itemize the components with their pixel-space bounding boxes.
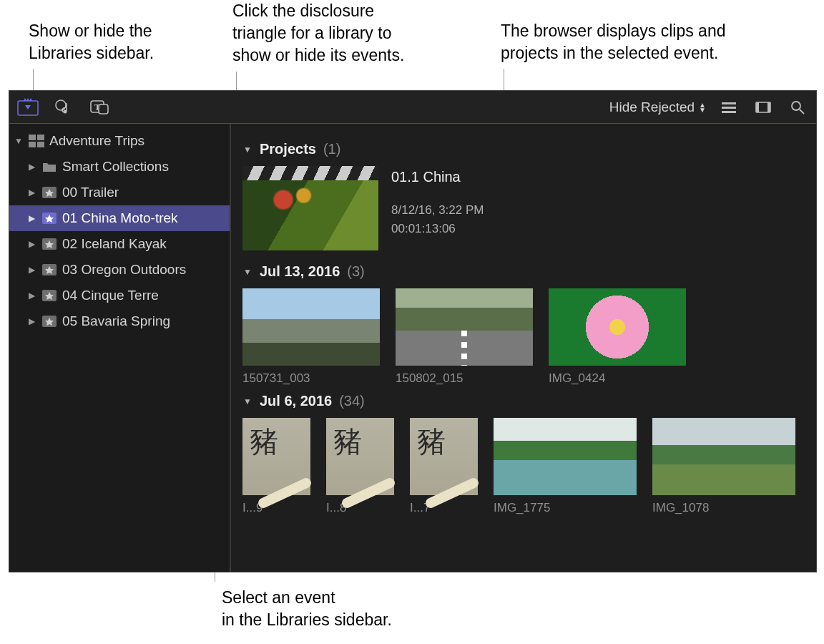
clip-filter-popup[interactable]: Hide Rejected ▲▼ (609, 99, 706, 115)
toolbar-right-group: Hide Rejected ▲▼ (609, 97, 809, 117)
svg-marker-4 (25, 105, 31, 109)
project-metadata: 01.1 China 8/12/16, 3:22 PM 00:01:13:06 (391, 166, 484, 250)
clip-label: IMG_1775 (494, 501, 637, 515)
section-title: Jul 6, 2016 (260, 393, 332, 409)
clip-item[interactable]: I...9 (242, 418, 310, 515)
sidebar-item-event-03[interactable]: ▶ 03 Oregon Outdoors (9, 257, 230, 283)
app-window: T Hide Rejected ▲▼ (9, 90, 817, 572)
section-header-projects[interactable]: ▼ Projects (1) (242, 141, 805, 157)
event-icon (41, 263, 58, 277)
clip-thumbnail[interactable] (326, 418, 394, 495)
svg-rect-15 (767, 102, 770, 112)
project-date: 8/12/16, 3:22 PM (391, 201, 484, 220)
disclosure-triangle[interactable]: ▼ (242, 396, 252, 406)
event-icon (41, 314, 58, 328)
project-title: 01.1 China (391, 166, 484, 188)
sidebar-item-smart-collections[interactable]: ▶ Smart Collections (9, 154, 230, 180)
sidebar-library-row[interactable]: ▼ Adventure Trips (9, 128, 230, 154)
event-icon (41, 288, 58, 303)
clip-item[interactable]: IMG_1775 (494, 418, 637, 515)
clips-row: I...9 I...8 I...7 IMG_1775 IMG_1078 (242, 418, 805, 515)
sidebar-item-label: 02 Iceland Kayak (62, 236, 167, 252)
titles-generators-sidebar-icon[interactable]: T (88, 97, 111, 117)
project-duration: 00:01:13:06 (391, 220, 484, 238)
disclosure-triangle[interactable]: ▶ (26, 265, 36, 275)
svg-line-17 (800, 109, 804, 114)
clip-thumbnail[interactable] (652, 418, 795, 495)
disclosure-triangle[interactable]: ▼ (242, 267, 252, 277)
disclosure-triangle[interactable]: ▶ (26, 239, 36, 249)
sidebar-item-event-01[interactable]: ▶ 01 China Moto-trek (9, 205, 230, 231)
section-header-date2[interactable]: ▼ Jul 6, 2016 (34) (242, 393, 805, 409)
callout-text: The browser displays clips and (501, 21, 725, 40)
app-body: ▼ Adventure Trips ▶ Smart Collections ▶ … (9, 124, 816, 572)
clip-item[interactable]: I...8 (326, 418, 394, 515)
disclosure-triangle[interactable]: ▼ (14, 136, 24, 146)
search-icon[interactable] (786, 97, 809, 117)
disclosure-triangle[interactable]: ▶ (26, 162, 36, 172)
sidebar-item-event-00[interactable]: ▶ 00 Trailer (9, 180, 230, 205)
libraries-sidebar-toggle[interactable] (16, 97, 39, 117)
disclosure-triangle[interactable]: ▼ (242, 145, 252, 155)
library-icon (28, 134, 45, 148)
svg-rect-21 (37, 142, 44, 147)
section-count: (1) (323, 141, 340, 157)
clip-browser: ▼ Projects (1) 01.1 China 8/12/16, 3:22 … (231, 124, 816, 572)
disclosure-triangle[interactable]: ▶ (26, 213, 36, 223)
project-thumbnail[interactable] (242, 166, 378, 250)
svg-rect-14 (756, 102, 759, 112)
callout-text: show or hide its events. (232, 46, 404, 64)
event-icon (41, 237, 58, 251)
clapperboard-icon (242, 166, 378, 180)
clip-thumbnail[interactable] (410, 418, 478, 495)
clip-label: I...7 (410, 501, 478, 515)
photos-audio-sidebar-icon[interactable] (52, 97, 75, 117)
clip-label: I...8 (326, 501, 394, 515)
sidebar-item-label: 05 Bavaria Spring (62, 313, 170, 329)
section-title: Projects (260, 141, 316, 157)
clip-thumbnail[interactable] (549, 288, 686, 366)
clip-thumbnail[interactable] (242, 418, 310, 495)
clip-thumbnail[interactable] (494, 418, 637, 495)
event-icon (41, 211, 58, 225)
clip-label: IMG_1078 (652, 501, 795, 515)
list-view-icon[interactable] (717, 97, 740, 117)
clip-label: IMG_0424 (549, 371, 686, 386)
section-header-date1[interactable]: ▼ Jul 13, 2016 (3) (242, 263, 805, 280)
clip-item[interactable]: 150731_003 (242, 288, 380, 386)
section-title: Jul 13, 2016 (260, 263, 340, 280)
disclosure-triangle[interactable]: ▶ (26, 187, 36, 197)
clip-label: 150802_015 (396, 371, 533, 386)
svg-rect-18 (29, 135, 36, 140)
clip-item[interactable]: IMG_1078 (652, 418, 795, 515)
sidebar-item-event-05[interactable]: ▶ 05 Bavaria Spring (9, 308, 230, 334)
clip-thumbnail[interactable] (396, 288, 533, 366)
svg-marker-2 (24, 98, 26, 101)
clip-item[interactable]: I...7 (410, 418, 478, 515)
disclosure-triangle[interactable]: ▶ (26, 291, 36, 301)
svg-rect-20 (29, 142, 36, 147)
sidebar-item-event-04[interactable]: ▶ 04 Cinque Terre (9, 283, 230, 308)
clip-item[interactable]: 150802_015 (396, 288, 533, 386)
sidebar-item-label: Smart Collections (62, 159, 169, 175)
section-count: (3) (347, 263, 364, 280)
clip-item[interactable]: IMG_0424 (549, 288, 686, 386)
browser-toolbar: T Hide Rejected ▲▼ (9, 91, 816, 124)
sidebar-item-label: 00 Trailer (62, 185, 119, 200)
disclosure-triangle[interactable]: ▶ (26, 316, 36, 326)
clip-thumbnail[interactable] (242, 288, 380, 366)
sidebar-item-label: 01 China Moto-trek (62, 210, 178, 226)
sidebar-item-event-02[interactable]: ▶ 02 Iceland Kayak (9, 231, 230, 257)
project-item[interactable]: 01.1 China 8/12/16, 3:22 PM 00:01:13:06 (242, 166, 805, 250)
svg-point-5 (56, 100, 66, 110)
clip-appearance-icon[interactable] (752, 97, 775, 117)
callout-text: projects in the selected event. (501, 44, 718, 62)
clip-label: 150731_003 (242, 371, 380, 386)
callout-select-event: Select an event in the Libraries sidebar… (222, 587, 451, 631)
callout-sidebar-toggle-2: Show or hide theLibraries sidebar. (29, 20, 215, 64)
svg-point-16 (792, 102, 800, 110)
svg-point-6 (64, 109, 67, 113)
folder-icon (41, 160, 58, 174)
callout-text: triangle for a library to (232, 24, 391, 42)
clips-row: 150731_003 150802_015 IMG_0424 (242, 288, 805, 386)
